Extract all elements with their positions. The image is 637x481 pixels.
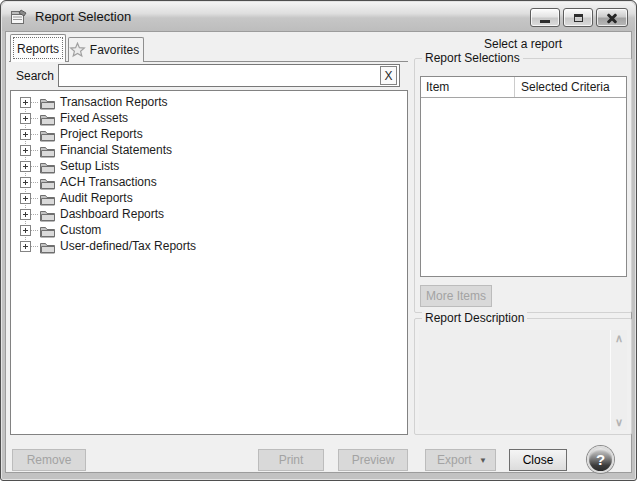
scroll-up-icon[interactable]: ∧ [615, 333, 623, 343]
folder-icon [39, 224, 56, 237]
minimize-icon [540, 20, 550, 23]
tree-item-transaction-reports[interactable]: Transaction Reports [11, 94, 407, 110]
expand-plus-icon[interactable] [20, 97, 31, 108]
tree-item-label: User-defined/Tax Reports [60, 239, 196, 253]
close-button[interactable] [596, 8, 628, 27]
folder-icon [39, 96, 56, 109]
expand-plus-icon[interactable] [20, 225, 31, 236]
tab-reports[interactable]: Reports [10, 34, 66, 62]
close-dialog-button[interactable]: Close [509, 449, 567, 471]
folder-icon [39, 192, 56, 205]
report-description-area: ∧ ∨ [419, 330, 627, 430]
remove-label: Remove [27, 453, 72, 467]
tab-favorites[interactable]: Favorites [68, 37, 144, 62]
tree-item-label: Audit Reports [60, 191, 133, 205]
expand-plus-icon[interactable] [20, 145, 31, 156]
more-items-button[interactable]: More Items [420, 285, 492, 307]
tab-reports-label: Reports [17, 42, 59, 56]
print-label: Print [279, 453, 304, 467]
expand-plus-icon[interactable] [20, 177, 31, 188]
tree-item-label: Setup Lists [60, 159, 119, 173]
folder-icon [39, 176, 56, 189]
tree-item-audit-reports[interactable]: Audit Reports [11, 190, 407, 206]
report-selection-window: Report Selection Reports Favorite [0, 0, 637, 481]
tree-stub [31, 230, 38, 231]
tree-stub [31, 182, 38, 183]
column-header-item[interactable]: Item [421, 77, 515, 97]
description-scrollbar[interactable]: ∧ ∨ [610, 330, 627, 430]
close-label: Close [523, 453, 554, 467]
export-dropdown-arrow-icon[interactable]: ▼ [479, 457, 487, 465]
report-tree: Transaction Reports Fixed Assets Project… [10, 90, 408, 435]
folder-icon [39, 112, 56, 125]
tree-stub [31, 102, 38, 103]
report-description-label: Report Description [422, 311, 527, 325]
search-input[interactable] [60, 66, 380, 85]
report-selections-label: Report Selections [422, 51, 523, 65]
tree-item-user-defined-tax-reports[interactable]: User-defined/Tax Reports [11, 238, 407, 254]
preview-button[interactable]: Preview [338, 449, 408, 471]
tree-item-fixed-assets[interactable]: Fixed Assets [11, 110, 407, 126]
tree-stub [31, 118, 38, 119]
tree-rows: Transaction Reports Fixed Assets Project… [11, 94, 407, 254]
folder-icon [39, 208, 56, 221]
preview-label: Preview [352, 453, 395, 467]
column-header-selected-criteria[interactable]: Selected Criteria [515, 77, 626, 97]
tree-item-label: Custom [60, 223, 101, 237]
tree-item-label: Project Reports [60, 127, 143, 141]
export-button[interactable]: Export ▼ [425, 449, 496, 471]
dialog-content: Reports Favorites Search X [5, 31, 632, 473]
tree-item-setup-lists[interactable]: Setup Lists [11, 158, 407, 174]
tree-item-project-reports[interactable]: Project Reports [11, 126, 407, 142]
close-icon [606, 12, 618, 24]
minimize-button[interactable] [530, 8, 560, 27]
expand-plus-icon[interactable] [20, 193, 31, 204]
tree-item-custom[interactable]: Custom [11, 222, 407, 238]
maximize-icon [574, 14, 583, 22]
report-description-group: Report Description ∧ ∨ [414, 318, 632, 435]
tree-stub [31, 198, 38, 199]
tree-stub [31, 214, 38, 215]
folder-icon [39, 128, 56, 141]
more-items-label: More Items [426, 289, 486, 303]
expand-plus-icon[interactable] [20, 129, 31, 140]
tree-item-ach-transactions[interactable]: ACH Transactions [11, 174, 407, 190]
window-title: Report Selection [35, 9, 131, 24]
tree-item-label: Dashboard Reports [60, 207, 164, 221]
star-icon [69, 42, 86, 58]
window-controls [530, 8, 628, 27]
tree-stub [31, 150, 38, 151]
expand-plus-icon[interactable] [20, 113, 31, 124]
export-label: Export [437, 453, 472, 467]
expand-plus-icon[interactable] [20, 241, 31, 252]
print-button[interactable]: Print [258, 449, 324, 471]
search-label: Search [16, 69, 54, 83]
select-a-report-heading: Select a report [414, 37, 632, 51]
clear-search-button[interactable]: X [380, 66, 397, 85]
tree-stub [31, 134, 38, 135]
scroll-down-icon[interactable]: ∨ [615, 417, 623, 427]
tree-item-label: ACH Transactions [60, 175, 157, 189]
tree-item-dashboard-reports[interactable]: Dashboard Reports [11, 206, 407, 222]
search-field: X [58, 64, 400, 87]
table-body-empty[interactable] [421, 99, 626, 276]
expand-plus-icon[interactable] [20, 161, 31, 172]
table-header: Item Selected Criteria [421, 77, 626, 98]
tab-favorites-label: Favorites [90, 43, 139, 57]
tree-item-label: Financial Statements [60, 143, 172, 157]
maximize-button[interactable] [563, 8, 593, 27]
clear-search-icon: X [384, 69, 392, 83]
report-selections-group: Report Selections Item Selected Criteria… [414, 58, 632, 313]
help-icon: ? [596, 451, 605, 468]
tree-item-label: Fixed Assets [60, 111, 128, 125]
report-document-icon [10, 9, 28, 25]
tree-stub [31, 166, 38, 167]
folder-icon [39, 144, 56, 157]
tree-item-label: Transaction Reports [60, 95, 168, 109]
help-button[interactable]: ? [587, 446, 614, 473]
expand-plus-icon[interactable] [20, 209, 31, 220]
tree-stub [31, 246, 38, 247]
remove-button[interactable]: Remove [12, 449, 86, 471]
titlebar[interactable]: Report Selection [2, 2, 635, 31]
tree-item-financial-statements[interactable]: Financial Statements [11, 142, 407, 158]
